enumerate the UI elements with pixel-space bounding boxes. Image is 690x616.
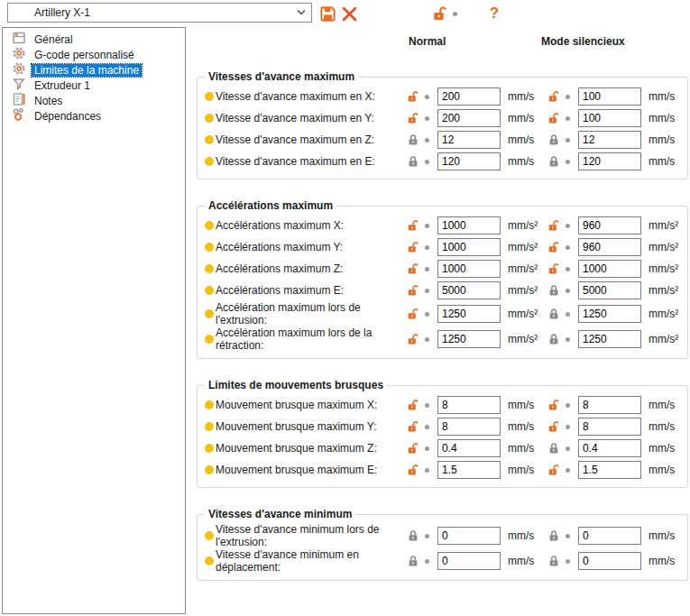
bullet-icon bbox=[205, 400, 214, 409]
setting-label: Mouvement brusque maximum Z: bbox=[216, 442, 407, 455]
sidebar-item-3[interactable]: Extrudeur 1 bbox=[3, 78, 185, 93]
setting-label: Vitesse d'avance minimum lors de l'extru… bbox=[216, 523, 407, 548]
value-input-normal[interactable] bbox=[437, 439, 501, 457]
value-input-normal[interactable] bbox=[437, 87, 501, 106]
lock-toggle-stealth[interactable] bbox=[547, 420, 566, 433]
value-input-stealth[interactable] bbox=[578, 439, 641, 457]
dependencies-icon bbox=[12, 107, 26, 122]
lock-toggle-normal[interactable] bbox=[407, 333, 425, 345]
unit-label-stealth: mm/s bbox=[641, 155, 677, 168]
value-input-stealth[interactable] bbox=[578, 281, 641, 299]
lock-toggle-normal[interactable] bbox=[407, 464, 425, 476]
value-input-stealth[interactable] bbox=[578, 260, 641, 278]
lock-toggle-normal[interactable] bbox=[407, 112, 425, 124]
sidebar-item-5[interactable]: Dépendances bbox=[3, 108, 185, 124]
lock-toggle-stealth[interactable] bbox=[547, 399, 566, 411]
lock-toggle-stealth[interactable] bbox=[547, 529, 566, 542]
value-input-normal[interactable] bbox=[437, 552, 501, 570]
help-button[interactable]: ? bbox=[485, 4, 503, 23]
value-input-normal[interactable] bbox=[437, 109, 501, 127]
lock-toggle-stealth[interactable] bbox=[547, 219, 566, 232]
lock-toggle-normal[interactable] bbox=[407, 219, 425, 232]
lock-toggle-stealth[interactable] bbox=[547, 555, 566, 567]
lock-toggle-stealth[interactable] bbox=[547, 155, 566, 168]
revert-dot-normal bbox=[425, 403, 437, 408]
lock-toggle-stealth[interactable] bbox=[547, 284, 566, 297]
sidebar-item-label: Notes bbox=[32, 95, 65, 107]
sidebar-item-1[interactable]: G-code personnalisé bbox=[3, 47, 185, 62]
revert-dot-normal bbox=[425, 425, 437, 429]
sidebar-item-2[interactable]: Limites de la machine bbox=[3, 62, 185, 78]
bullet-icon bbox=[205, 335, 214, 344]
value-input-stealth[interactable] bbox=[578, 330, 641, 348]
lock-toggle-normal[interactable] bbox=[407, 133, 425, 146]
value-input-stealth[interactable] bbox=[578, 527, 641, 545]
sidebar-item-0[interactable]: Général bbox=[3, 32, 185, 47]
value-input-normal[interactable] bbox=[437, 281, 501, 299]
setting-label: Accélérations maximum X: bbox=[216, 219, 407, 232]
unit-label-normal: mm/s bbox=[501, 464, 547, 476]
value-input-stealth[interactable] bbox=[578, 216, 641, 234]
revert-dot-stealth bbox=[566, 267, 578, 271]
value-input-stealth[interactable] bbox=[578, 418, 641, 436]
setting-row: Vitesse d'avance maximum en Y: mm/s mm/s bbox=[203, 107, 687, 129]
save-preset-button[interactable] bbox=[317, 4, 337, 23]
lock-toggle-normal[interactable] bbox=[407, 555, 425, 567]
lock-toggle-stealth[interactable] bbox=[547, 262, 566, 275]
lock-toggle-stealth[interactable] bbox=[547, 308, 566, 320]
value-input-normal[interactable] bbox=[437, 260, 501, 278]
value-input-stealth[interactable] bbox=[578, 238, 641, 256]
value-input-stealth[interactable] bbox=[578, 552, 641, 570]
setting-label: Vitesse d'avance maximum en E: bbox=[216, 155, 407, 168]
bullet-icon bbox=[205, 309, 214, 318]
lock-toggle-stealth[interactable] bbox=[547, 464, 566, 476]
lock-toggle-stealth[interactable] bbox=[547, 241, 566, 253]
value-input-normal[interactable] bbox=[437, 216, 501, 234]
value-input-stealth[interactable] bbox=[578, 131, 641, 149]
value-input-normal[interactable] bbox=[437, 527, 501, 545]
sidebar-item-4[interactable]: Notes bbox=[3, 93, 185, 108]
value-input-normal[interactable] bbox=[437, 238, 501, 256]
lock-toggle-normal[interactable] bbox=[407, 399, 425, 411]
revert-dot-stealth bbox=[566, 337, 578, 342]
value-input-stealth[interactable] bbox=[578, 152, 641, 170]
value-input-normal[interactable] bbox=[437, 131, 501, 149]
lock-toggle-stealth[interactable] bbox=[547, 333, 566, 345]
group-legend: Vitesses d'avance minimum bbox=[205, 508, 355, 520]
value-input-stealth[interactable] bbox=[578, 396, 641, 414]
preset-combobox[interactable]: Artillery X-1 bbox=[7, 3, 312, 23]
unit-label-normal: mm/s² bbox=[501, 241, 547, 253]
note-icon bbox=[12, 92, 26, 106]
lock-open-icon bbox=[407, 241, 419, 253]
value-input-stealth[interactable] bbox=[578, 305, 641, 323]
lock-open-icon bbox=[407, 262, 419, 275]
value-input-normal[interactable] bbox=[437, 396, 501, 414]
value-input-normal[interactable] bbox=[437, 461, 501, 479]
value-input-normal[interactable] bbox=[437, 418, 501, 436]
lock-toggle-normal[interactable] bbox=[407, 529, 425, 542]
lock-toggle-stealth[interactable] bbox=[547, 90, 566, 103]
lock-toggle-normal[interactable] bbox=[407, 308, 425, 320]
lock-toggle-stealth[interactable] bbox=[547, 112, 566, 124]
lock-toggle-stealth[interactable] bbox=[547, 442, 566, 455]
unit-label-stealth: mm/s bbox=[641, 555, 677, 567]
value-input-stealth[interactable] bbox=[578, 461, 641, 479]
setting-label: Accélération maximum lors de l'extrusion… bbox=[216, 301, 407, 326]
value-input-normal[interactable] bbox=[437, 330, 501, 348]
value-input-stealth[interactable] bbox=[578, 109, 641, 127]
lock-toggle-normal[interactable] bbox=[407, 262, 425, 275]
lock-toggle-normal[interactable] bbox=[407, 241, 425, 253]
lock-toggle-normal[interactable] bbox=[407, 442, 425, 455]
value-input-normal[interactable] bbox=[437, 152, 501, 170]
lock-toggle-stealth[interactable] bbox=[547, 133, 566, 146]
lock-all-button[interactable] bbox=[431, 4, 458, 23]
lock-toggle-normal[interactable] bbox=[407, 420, 425, 433]
value-input-normal[interactable] bbox=[437, 305, 501, 323]
lock-toggle-normal[interactable] bbox=[407, 90, 425, 103]
lock-toggle-normal[interactable] bbox=[407, 155, 425, 168]
delete-preset-button[interactable] bbox=[339, 4, 359, 23]
value-input-stealth[interactable] bbox=[578, 87, 641, 106]
lock-toggle-normal[interactable] bbox=[407, 284, 425, 297]
bullet-icon bbox=[205, 556, 214, 565]
revert-dot-stealth bbox=[566, 312, 578, 317]
